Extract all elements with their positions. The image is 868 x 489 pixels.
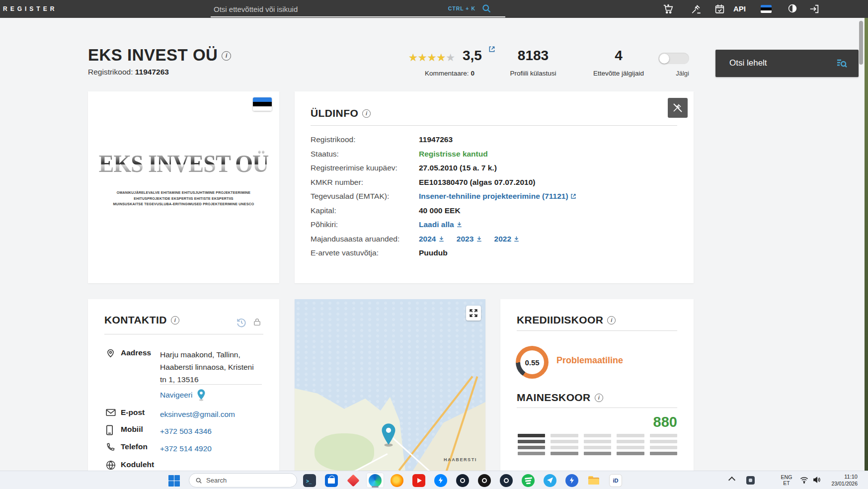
global-search[interactable]: CTRL + K (211, 0, 505, 17)
steam-icon[interactable] (497, 473, 515, 488)
uldinfo-row: Staatus:Registrisse kantud (311, 150, 678, 159)
uldinfo-row: Põhikiri:Laadi alla (311, 220, 678, 229)
follow-toggle[interactable] (658, 53, 689, 64)
lightning-app-icon[interactable] (563, 473, 581, 488)
volume-icon[interactable] (812, 476, 821, 486)
cart-icon[interactable] (662, 3, 674, 14)
uldinfo-value: 2024 2023 2022 (419, 235, 532, 244)
microsoft-store-icon[interactable] (322, 473, 340, 488)
district-label: HAABERSTI (444, 457, 477, 462)
chart-skeleton-column (584, 434, 611, 455)
credit-score-gauge: 0.55 (516, 346, 549, 379)
global-search-input[interactable] (214, 3, 427, 15)
address-value: Harju maakond, Tallinn, Haabersti linnao… (160, 348, 265, 386)
navigate-pin-icon (196, 389, 206, 402)
divider (160, 384, 262, 385)
phone-link[interactable]: +372 514 4920 (160, 444, 212, 453)
gavel-icon[interactable] (691, 3, 703, 14)
reputation-score-title: MAINESKOOR (517, 392, 591, 403)
github-icon[interactable] (475, 473, 493, 488)
mobile-phone-icon (106, 425, 113, 437)
company-info-icon[interactable]: i (222, 51, 231, 61)
estonian-flag-icon[interactable] (761, 5, 772, 13)
uldinfo-value: Laadi alla (419, 220, 463, 229)
messenger-glyph (434, 474, 447, 487)
social-app-dark-icon[interactable] (454, 473, 472, 488)
lock-icon (253, 317, 261, 330)
calendar-icon[interactable] (714, 3, 726, 14)
red-diamond-app-icon[interactable] (344, 473, 362, 488)
map[interactable]: HAABERSTI (295, 299, 485, 471)
digidoc-icon[interactable]: iD (607, 473, 625, 488)
info-icon[interactable]: i (362, 109, 371, 118)
github-glyph (478, 474, 491, 487)
info-icon[interactable]: i (595, 394, 603, 402)
api-link[interactable]: API (733, 4, 746, 13)
external-link-icon[interactable] (488, 46, 495, 55)
edge-browser-icon[interactable] (366, 473, 384, 488)
history-icon[interactable] (236, 317, 247, 330)
navigate-link[interactable]: Navigeeri (160, 389, 206, 402)
general-info-title: ÜLDINFO (311, 107, 358, 119)
microsoft-store-glyph (325, 474, 338, 487)
start-button[interactable] (168, 475, 180, 487)
telegram-glyph (544, 474, 556, 487)
clock[interactable]: 11:1023/01/2026 (823, 474, 858, 487)
site-logo[interactable]: REGISTER (3, 5, 57, 12)
taskbar-search[interactable]: Search (189, 473, 297, 488)
social-app-dark-glyph (456, 474, 469, 487)
search-icon[interactable] (481, 3, 491, 15)
no-auctions-icon[interactable] (668, 98, 688, 118)
tray-app-icon[interactable] (746, 476, 755, 485)
uldinfo-label: KMKR number: (311, 178, 419, 187)
scrollbar-thumb[interactable] (859, 21, 863, 65)
company-regcode: Registrikood: 11947263 (88, 68, 169, 77)
search-icon (195, 477, 202, 484)
general-info-rows: Registrikood:11947263Staatus:Registrisse… (311, 135, 678, 263)
page-search-button[interactable]: Otsi lehelt (715, 50, 859, 77)
youtube-icon[interactable] (410, 473, 428, 488)
credit-score-status: Problemaatiline (556, 355, 623, 366)
background-photo-edge (865, 18, 868, 471)
page-title: EKS INVEST OÜi (88, 46, 231, 65)
tray-chevron-icon[interactable] (728, 477, 735, 484)
login-icon[interactable] (809, 3, 821, 14)
spotify-icon[interactable] (519, 473, 537, 488)
messenger-icon[interactable] (432, 473, 450, 488)
language-indicator[interactable]: ENGET (778, 474, 795, 486)
contrast-icon[interactable] (788, 3, 799, 14)
info-icon[interactable]: i (607, 316, 616, 325)
file-explorer-icon[interactable] (585, 473, 603, 488)
company-logo: EKS INVEST OÜ (88, 149, 279, 178)
scores-card: KREDIIDISKOORi 0.55 Problemaatiline MAIN… (500, 299, 694, 471)
uldinfo-value: Registrisse kantud (419, 150, 488, 159)
report-download-link[interactable]: 2023 (457, 235, 482, 243)
telegram-icon[interactable] (541, 473, 559, 488)
wifi-icon[interactable] (800, 476, 808, 486)
edge-browser-glyph (369, 474, 382, 487)
credit-score-title: KREDIIDISKOOR (517, 314, 603, 326)
top-navbar: REGISTER CTRL + K API (0, 0, 868, 18)
mobile-link[interactable]: +372 503 4346 (160, 427, 212, 435)
website-label: Telefon (121, 442, 148, 451)
console-app-icon[interactable]: >_ (301, 473, 318, 488)
email-link[interactable]: eksinvest@gmail.com (160, 410, 235, 418)
download-link[interactable]: Laadi alla (419, 220, 463, 229)
info-icon[interactable]: i (171, 316, 179, 325)
phone-icon (106, 442, 115, 454)
uldinfo-row: Tegevusalad (EMTAK):Insener-tehniline pr… (311, 192, 678, 201)
map-marker[interactable] (380, 422, 397, 449)
uldinfo-label: Majandusaasta aruanded: (311, 235, 419, 244)
uldinfo-row: Majandusaasta aruanded:2024 2023 2022 (311, 235, 678, 244)
uldinfo-label: Kapital: (311, 206, 419, 215)
report-download-link[interactable]: 2024 (419, 235, 445, 243)
company-logo-card: EKS INVEST OÜ OMANIKUJÄRELEVALVE EHITAMI… (88, 91, 279, 283)
toggle-knob[interactable] (659, 54, 669, 64)
emtak-link[interactable]: Insener-tehniline projekteerimine (71121… (419, 192, 576, 200)
report-download-link[interactable]: 2022 (494, 235, 520, 243)
uldinfo-label: Tegevusalad (EMTAK): (311, 192, 419, 201)
estonian-flag-icon (253, 97, 272, 111)
firefox-browser-icon[interactable] (388, 473, 406, 488)
uldinfo-label: Registreerimise kuupäev: (311, 163, 419, 172)
fullscreen-icon[interactable] (466, 306, 481, 321)
